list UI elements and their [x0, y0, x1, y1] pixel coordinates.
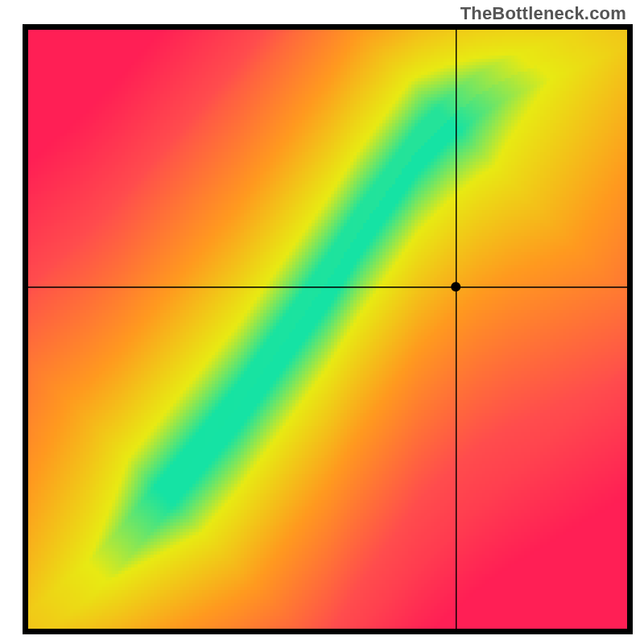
chart-container: TheBottleneck.com — [0, 0, 644, 644]
watermark-text: TheBottleneck.com — [460, 3, 626, 24]
bottleneck-heatmap — [28, 30, 627, 629]
chart-frame — [23, 24, 633, 634]
